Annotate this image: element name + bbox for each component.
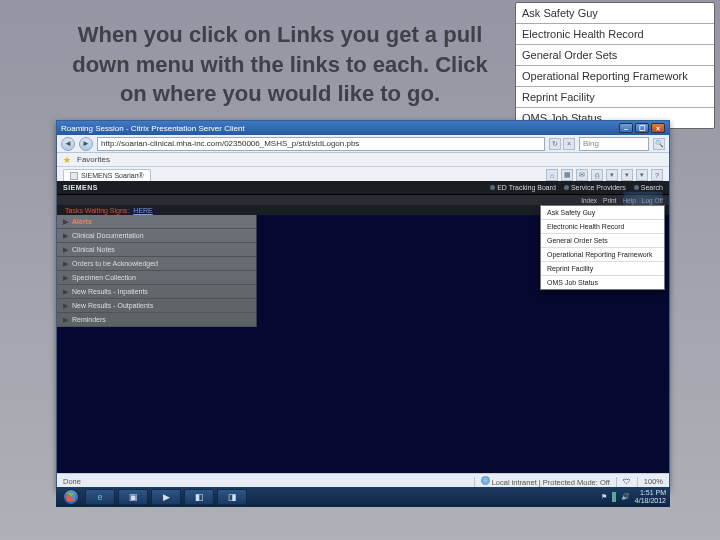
window-titlebar: Roaming Session - Citrix Presentation Se…	[57, 121, 669, 135]
brand-label: SIEMENS	[63, 184, 98, 191]
tab-strip: SIEMENS Soarian® ⌂ ▦ ✉ ⎙ ▾ ▾ ▾ ?	[57, 167, 669, 181]
bullet-icon	[490, 185, 495, 190]
callout-item[interactable]: Electronic Health Record	[516, 24, 714, 45]
tab-label: SIEMENS Soarian®	[81, 170, 144, 181]
close-button[interactable]: ×	[651, 123, 665, 133]
chevron-right-icon: ▶	[63, 260, 68, 268]
favorites-star-icon[interactable]: ★	[63, 155, 71, 165]
callout-item[interactable]: General Order Sets	[516, 45, 714, 66]
links-dropdown-item[interactable]: Electronic Health Record	[541, 220, 664, 234]
start-button[interactable]	[60, 487, 82, 507]
tray-clock[interactable]: 1:51 PM 4/18/2012	[635, 489, 666, 504]
subbar-help[interactable]: Help	[622, 197, 635, 204]
print-icon[interactable]: ⎙	[591, 169, 603, 181]
browser-tab[interactable]: SIEMENS Soarian®	[63, 169, 151, 181]
taskbar-media-button[interactable]: ▶	[151, 489, 181, 505]
alert-text: Tasks Waiting Signs:	[65, 207, 129, 214]
links-dropdown: Ask Safety Guy Electronic Health Record …	[540, 205, 665, 290]
leftpanel-item[interactable]: ▶New Results - Outpatients	[57, 299, 256, 313]
divider	[616, 477, 617, 487]
soarian-app: SIEMENS ED Tracking Board Service Provid…	[57, 181, 669, 473]
globe-icon	[481, 476, 490, 485]
browser-window: Roaming Session - Citrix Presentation Se…	[56, 120, 670, 490]
back-button[interactable]: ◄	[61, 137, 75, 151]
bullet-icon	[634, 185, 639, 190]
taskbar-ie-button[interactable]: e	[85, 489, 115, 505]
status-zone: Local intranet | Protected Mode: Off	[481, 476, 610, 487]
callout-item[interactable]: Reprint Facility	[516, 87, 714, 108]
links-dropdown-item[interactable]: OMS Job Status	[541, 276, 664, 289]
links-dropdown-item[interactable]: Reprint Facility	[541, 262, 664, 276]
tray-flag-icon[interactable]: ⚑	[601, 493, 607, 501]
chevron-right-icon: ▶	[63, 274, 68, 282]
divider	[637, 477, 638, 487]
search-box[interactable]: Bing	[579, 137, 649, 151]
chevron-right-icon: ▶	[63, 246, 68, 254]
tray-network-icon[interactable]	[612, 492, 616, 502]
subbar-logoff[interactable]: Log Off	[642, 197, 663, 204]
browser-nav-row: ◄ ► http://soarian-clinical.mha-inc.com/…	[57, 135, 669, 153]
home-icon[interactable]: ⌂	[546, 169, 558, 181]
app-sub-bar: Index Print Help Log Off	[57, 195, 669, 205]
minimize-button[interactable]: –	[619, 123, 633, 133]
appbar-link-search[interactable]: Search	[634, 184, 663, 191]
leftpanel-item[interactable]: ▶Specimen Collection	[57, 271, 256, 285]
stop-icon[interactable]: ×	[563, 138, 575, 150]
maximize-button[interactable]: ▢	[635, 123, 649, 133]
bullet-icon	[564, 185, 569, 190]
chevron-right-icon: ▶	[63, 316, 68, 324]
callout-item[interactable]: Ask Safety Guy	[516, 3, 714, 24]
windows-orb-icon	[63, 489, 79, 505]
favorites-bar: ★ Favorites	[57, 153, 669, 167]
chevron-right-icon: ▶	[63, 302, 68, 310]
status-security-icon: 🛡	[623, 477, 631, 486]
divider	[474, 477, 475, 487]
app-top-bar: SIEMENS ED Tracking Board Service Provid…	[57, 181, 669, 195]
taskbar-app-button[interactable]: ◧	[184, 489, 214, 505]
links-dropdown-item[interactable]: General Order Sets	[541, 234, 664, 248]
leftpanel-item[interactable]: ▶Clinical Documentation	[57, 229, 256, 243]
chevron-right-icon: ▶	[63, 232, 68, 240]
system-tray: ⚑ 🔊 1:51 PM 4/18/2012	[601, 489, 666, 504]
refresh-icon[interactable]: ↻	[549, 138, 561, 150]
windows-taskbar: e ▣ ▶ ◧ ◨ ⚑ 🔊 1:51 PM 4/18/2012	[56, 487, 670, 507]
forward-button[interactable]: ►	[79, 137, 93, 151]
tools-menu-icon[interactable]: ▾	[636, 169, 648, 181]
callout-item[interactable]: Operational Reporting Framework	[516, 66, 714, 87]
address-bar[interactable]: http://soarian-clinical.mha-inc.com/0235…	[97, 137, 545, 151]
safety-menu-icon[interactable]: ▾	[621, 169, 633, 181]
page-menu-icon[interactable]: ▾	[606, 169, 618, 181]
leftpanel-item[interactable]: ▶Orders to be Acknowledged	[57, 257, 256, 271]
page-icon	[70, 172, 78, 180]
help-icon[interactable]: ?	[651, 169, 663, 181]
links-dropdown-item[interactable]: Operational Reporting Framework	[541, 248, 664, 262]
leftpanel-item[interactable]: ▶Clinical Notes	[57, 243, 256, 257]
chevron-right-icon: ▶	[63, 288, 68, 296]
subbar-index[interactable]: Index	[581, 197, 597, 204]
slide-headline: When you click on Links you get a pull d…	[70, 20, 490, 109]
appbar-link-service-providers[interactable]: Service Providers	[564, 184, 626, 191]
tray-sound-icon[interactable]: 🔊	[621, 493, 630, 501]
leftpanel-item[interactable]: ▶New Results - Inpatients	[57, 285, 256, 299]
search-icon[interactable]: 🔍	[653, 138, 665, 150]
subbar-print[interactable]: Print	[603, 197, 616, 204]
status-left: Done	[63, 477, 468, 486]
leftpanel-item[interactable]: ▶Reminders	[57, 313, 256, 327]
window-title: Roaming Session - Citrix Presentation Se…	[61, 124, 619, 133]
status-zoom[interactable]: 100%	[644, 477, 663, 486]
chevron-right-icon: ▶	[63, 218, 68, 226]
favorites-label[interactable]: Favorites	[77, 155, 110, 164]
appbar-link-ed-tracking[interactable]: ED Tracking Board	[490, 184, 556, 191]
feeds-icon[interactable]: ▦	[561, 169, 573, 181]
taskbar-explorer-button[interactable]: ▣	[118, 489, 148, 505]
alert-link[interactable]: HERE	[133, 207, 152, 214]
taskbar-app-button[interactable]: ◨	[217, 489, 247, 505]
callout-links-list: Ask Safety Guy Electronic Health Record …	[515, 2, 715, 129]
links-dropdown-item[interactable]: Ask Safety Guy	[541, 206, 664, 220]
mail-icon[interactable]: ✉	[576, 169, 588, 181]
leftpanel-item-alerts[interactable]: ▶Alerts	[57, 215, 256, 229]
app-left-panel: ▶Alerts ▶Clinical Documentation ▶Clinica…	[57, 215, 257, 327]
